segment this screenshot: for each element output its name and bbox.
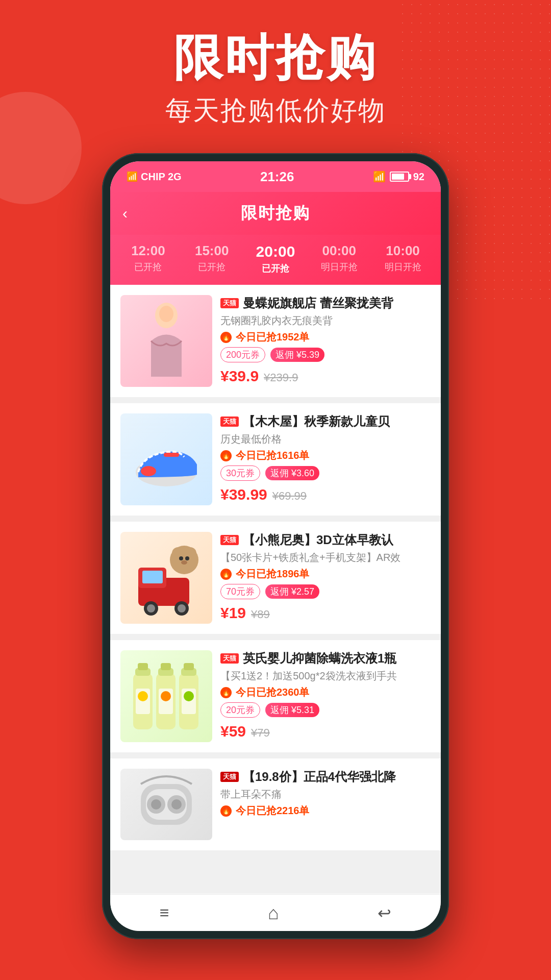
cashback-tag-1: 返佣 ¥3.60 bbox=[265, 466, 319, 480]
product-desc-4: 带上耳朵不痛 bbox=[220, 788, 431, 801]
hero-section: 限时抢购 每天抢购低价好物 bbox=[0, 0, 551, 129]
store-row-4: 天猫 【19.8价】正品4代华强北降 bbox=[220, 769, 431, 785]
product-name-3: 英氏婴儿抑菌除螨洗衣液1瓶 bbox=[243, 650, 396, 666]
store-row-0: 天猫 曼蝶妮旗舰店 蕾丝聚拢美背 bbox=[220, 295, 431, 311]
status-time: 21:26 bbox=[260, 169, 294, 185]
product-desc-1: 历史最低价格 bbox=[220, 432, 431, 446]
product-info-1: 天猫 【木木屋】秋季新款儿童贝 历史最低价格 🔥 今日已抢1616单 30元券 … bbox=[220, 413, 431, 505]
product-card-1[interactable]: 天猫 【木木屋】秋季新款儿童贝 历史最低价格 🔥 今日已抢1616单 30元券 … bbox=[110, 403, 441, 516]
product-desc-0: 无钢圈乳胶内衣无痕美背 bbox=[220, 314, 431, 327]
time-tab-2[interactable]: 20:00 已开抢 bbox=[253, 243, 298, 275]
product-card-4[interactable]: 天猫 【19.8价】正品4代华强北降 带上耳朵不痛 🔥 今日已抢2216单 bbox=[110, 758, 441, 850]
svg-rect-7 bbox=[142, 571, 163, 583]
time-val-1: 15:00 bbox=[195, 243, 229, 259]
flash-icon-0: 🔥 bbox=[220, 332, 232, 343]
time-tab-1[interactable]: 15:00 已开抢 bbox=[189, 243, 235, 275]
time-val-0: 12:00 bbox=[131, 243, 165, 259]
svg-point-31 bbox=[161, 691, 171, 701]
product-info-3: 天猫 英氏婴儿抑菌除螨洗衣液1瓶 【买1送2！加送500g*2袋洗衣液到手共 🔥… bbox=[220, 650, 431, 742]
nav-home-icon[interactable]: ⌂ bbox=[268, 902, 279, 924]
coupon-tag-1: 30元券 bbox=[220, 465, 260, 481]
app-title: 限时抢购 bbox=[241, 202, 310, 225]
coupon-tag-0: 200元券 bbox=[220, 347, 265, 362]
flash-row-2: 🔥 今日已抢1896单 bbox=[220, 567, 431, 581]
svg-rect-27 bbox=[184, 663, 194, 670]
store-badge-2: 天猫 bbox=[220, 535, 239, 545]
time-status-1: 已开抢 bbox=[198, 261, 226, 273]
price-row-1: ¥39.99 ¥69.99 bbox=[220, 486, 431, 503]
store-badge-4: 天猫 bbox=[220, 772, 239, 782]
svg-point-3 bbox=[141, 466, 156, 476]
back-button[interactable]: ‹ bbox=[122, 205, 128, 222]
price-current-1: ¥39.99 bbox=[220, 486, 267, 503]
product-desc-3: 【买1送2！加送500g*2袋洗衣液到手共 bbox=[220, 669, 431, 682]
wifi-icon: 📶 bbox=[373, 170, 386, 183]
flash-count-4: 今日已抢2216单 bbox=[236, 804, 310, 818]
nav-menu-icon[interactable]: ≡ bbox=[160, 903, 169, 922]
svg-point-9 bbox=[147, 604, 155, 612]
flash-count-1: 今日已抢1616单 bbox=[236, 449, 310, 462]
store-badge-3: 天猫 bbox=[220, 653, 239, 664]
product-card-0[interactable]: 天猫 曼蝶妮旗舰店 蕾丝聚拢美背 无钢圈乳胶内衣无痕美背 🔥 今日已抢1952单… bbox=[110, 285, 441, 397]
bottom-nav: ≡ ⌂ ↩ bbox=[110, 894, 441, 931]
phone-screen: 📶 CHIP 2G 21:26 📶 92 ‹ 限时抢购 bbox=[110, 161, 441, 931]
app-header: ‹ 限时抢购 bbox=[110, 192, 441, 235]
flash-icon-4: 🔥 bbox=[220, 805, 232, 817]
status-right: 📶 92 bbox=[373, 170, 424, 183]
flash-row-1: 🔥 今日已抢1616单 bbox=[220, 449, 431, 462]
img-detergent bbox=[120, 650, 212, 742]
tag-row-0: 200元券 返佣 ¥5.39 bbox=[220, 347, 431, 362]
coupon-tag-2: 70元券 bbox=[220, 584, 260, 599]
store-row-2: 天猫 【小熊尼奥】3D立体早教认 bbox=[220, 532, 431, 548]
cashback-tag-3: 返佣 ¥5.31 bbox=[265, 703, 319, 717]
status-bar: 📶 CHIP 2G 21:26 📶 92 bbox=[110, 161, 441, 192]
carrier-text: 📶 bbox=[127, 171, 138, 182]
price-original-3: ¥79 bbox=[251, 726, 270, 740]
time-tab-4[interactable]: 10:00 明日开抢 bbox=[380, 243, 426, 275]
flash-row-3: 🔥 今日已抢2360单 bbox=[220, 685, 431, 699]
svg-point-38 bbox=[151, 799, 161, 810]
battery-text: 92 bbox=[413, 171, 424, 183]
product-info-4: 天猫 【19.8价】正品4代华强北降 带上耳朵不痛 🔥 今日已抢2216单 bbox=[220, 769, 431, 840]
time-status-0: 已开抢 bbox=[134, 261, 162, 273]
product-image-2 bbox=[120, 532, 212, 624]
product-info-2: 天猫 【小熊尼奥】3D立体早教认 【50张卡片+铁质礼盒+手机支架】AR效 🔥 … bbox=[220, 532, 431, 624]
store-badge-1: 天猫 bbox=[220, 416, 239, 427]
tag-row-1: 30元券 返佣 ¥3.60 bbox=[220, 465, 431, 481]
hero-title: 限时抢购 bbox=[0, 31, 551, 85]
price-original-0: ¥239.9 bbox=[264, 371, 298, 384]
product-image-3 bbox=[120, 650, 212, 742]
phone-outer-frame: 📶 CHIP 2G 21:26 📶 92 ‹ 限时抢购 bbox=[102, 153, 449, 939]
price-row-2: ¥19 ¥89 bbox=[220, 604, 431, 622]
flash-count-3: 今日已抢2360单 bbox=[236, 685, 310, 699]
product-image-4 bbox=[120, 769, 212, 840]
flash-icon-2: 🔥 bbox=[220, 569, 232, 580]
product-card-2[interactable]: 天猫 【小熊尼奥】3D立体早教认 【50张卡片+铁质礼盒+手机支架】AR效 🔥 … bbox=[110, 522, 441, 634]
nav-back-icon[interactable]: ↩ bbox=[378, 903, 391, 923]
svg-point-29 bbox=[138, 691, 148, 701]
time-val-4: 10:00 bbox=[386, 243, 420, 259]
cashback-tag-2: 返佣 ¥2.57 bbox=[265, 584, 319, 599]
hero-subtitle: 每天抢购低价好物 bbox=[0, 93, 551, 129]
time-status-2: 已开抢 bbox=[262, 262, 289, 275]
cashback-tag-0: 返佣 ¥5.39 bbox=[270, 348, 324, 362]
coupon-tag-3: 20元券 bbox=[220, 702, 260, 718]
tag-row-2: 70元券 返佣 ¥2.57 bbox=[220, 584, 431, 599]
price-current-0: ¥39.9 bbox=[220, 368, 259, 385]
product-list[interactable]: 天猫 曼蝶妮旗舰店 蕾丝聚拢美背 无钢圈乳胶内衣无痕美背 🔥 今日已抢1952单… bbox=[110, 285, 441, 893]
store-row-1: 天猫 【木木屋】秋季新款儿童贝 bbox=[220, 413, 431, 429]
battery-icon bbox=[390, 172, 409, 182]
product-image-1 bbox=[120, 413, 212, 505]
flash-row-0: 🔥 今日已抢1952单 bbox=[220, 330, 431, 344]
time-tab-3[interactable]: 00:00 明日开抢 bbox=[316, 243, 362, 275]
time-tabs: 12:00 已开抢 15:00 已开抢 20:00 已开抢 00:00 明日开抢… bbox=[110, 235, 441, 285]
svg-point-33 bbox=[184, 691, 194, 701]
product-card-3[interactable]: 天猫 英氏婴儿抑菌除螨洗衣液1瓶 【买1送2！加送500g*2袋洗衣液到手共 🔥… bbox=[110, 640, 441, 752]
flash-icon-1: 🔥 bbox=[220, 450, 232, 461]
time-tab-0[interactable]: 12:00 已开抢 bbox=[125, 243, 171, 275]
product-name-2: 【小熊尼奥】3D立体早教认 bbox=[243, 532, 393, 548]
carrier-name: CHIP 2G bbox=[141, 171, 182, 183]
flash-count-2: 今日已抢1896单 bbox=[236, 567, 310, 581]
flash-row-4: 🔥 今日已抢2216单 bbox=[220, 804, 431, 818]
time-val-3: 00:00 bbox=[322, 243, 357, 259]
